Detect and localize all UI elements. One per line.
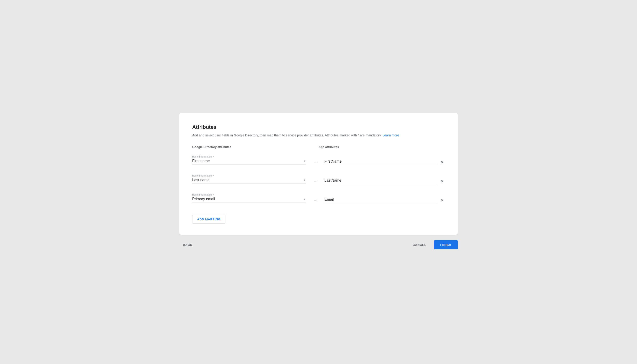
footer-bar: BACK CANCEL FINISH bbox=[179, 235, 458, 251]
app-attr-input-wrapper-1 bbox=[325, 160, 437, 165]
google-attr-field-2: Basic Information > Last name ▼ bbox=[192, 174, 306, 184]
mapping-row-3: Basic Information > Primary email ▼ → ✕ bbox=[192, 192, 445, 204]
remove-mapping-button-1[interactable]: ✕ bbox=[439, 159, 445, 166]
card-title: Attributes bbox=[192, 124, 445, 130]
dropdown-arrow-icon-2: ▼ bbox=[304, 179, 306, 182]
field-select-value-2: Last name bbox=[192, 178, 302, 182]
app-attr-field-3: ✕ bbox=[325, 192, 445, 204]
google-attr-field-1: Basic Information > First name ▼ bbox=[192, 155, 306, 165]
footer-right: CANCEL FINISH bbox=[409, 240, 458, 250]
card-description-text: Add and select user fields in Google Dir… bbox=[192, 134, 382, 137]
app-attr-field-1: ✕ bbox=[325, 154, 445, 166]
google-dir-column-label: Google Directory attributes bbox=[192, 145, 319, 149]
page-wrapper: Attributes Add and select user fields in… bbox=[179, 113, 458, 251]
field-select-value-1: First name bbox=[192, 159, 302, 163]
finish-button[interactable]: FINISH bbox=[434, 240, 458, 250]
field-select-1[interactable]: First name ▼ bbox=[192, 159, 306, 165]
field-category-1: Basic Information > bbox=[192, 155, 306, 158]
remove-mapping-button-2[interactable]: ✕ bbox=[439, 178, 445, 185]
app-attr-input-wrapper-2 bbox=[325, 178, 437, 184]
learn-more-link[interactable]: Learn more bbox=[383, 134, 399, 137]
app-attr-input-1[interactable] bbox=[325, 160, 437, 164]
app-attr-column-label: App attributes bbox=[319, 145, 445, 149]
field-select-3[interactable]: Primary email ▼ bbox=[192, 197, 306, 203]
app-attr-input-3[interactable] bbox=[325, 198, 437, 202]
field-category-3: Basic Information > bbox=[192, 193, 306, 196]
card-description: Add and select user fields in Google Dir… bbox=[192, 133, 445, 138]
mapping-row-1: Basic Information > First name ▼ → ✕ bbox=[192, 154, 445, 166]
arrow-connector-2: → bbox=[306, 174, 325, 184]
google-attr-field-3: Basic Information > Primary email ▼ bbox=[192, 193, 306, 203]
app-attr-input-2[interactable] bbox=[325, 178, 437, 182]
attributes-card: Attributes Add and select user fields in… bbox=[179, 113, 458, 235]
arrow-connector-1: → bbox=[306, 155, 325, 165]
columns-header: Google Directory attributes App attribut… bbox=[192, 145, 445, 149]
app-attr-field-2: ✕ bbox=[325, 173, 445, 185]
add-mapping-button[interactable]: ADD MAPPING bbox=[192, 215, 225, 224]
app-attr-input-wrapper-3 bbox=[325, 198, 437, 203]
field-select-2[interactable]: Last name ▼ bbox=[192, 178, 306, 184]
back-button[interactable]: BACK bbox=[179, 241, 196, 249]
dropdown-arrow-icon-3: ▼ bbox=[304, 198, 306, 200]
mapping-row-2: Basic Information > Last name ▼ → ✕ bbox=[192, 173, 445, 185]
remove-mapping-button-3[interactable]: ✕ bbox=[439, 197, 445, 204]
field-select-value-3: Primary email bbox=[192, 197, 302, 201]
cancel-button[interactable]: CANCEL bbox=[409, 241, 430, 249]
field-category-2: Basic Information > bbox=[192, 174, 306, 177]
arrow-connector-3: → bbox=[306, 193, 325, 203]
dropdown-arrow-icon-1: ▼ bbox=[304, 160, 306, 162]
